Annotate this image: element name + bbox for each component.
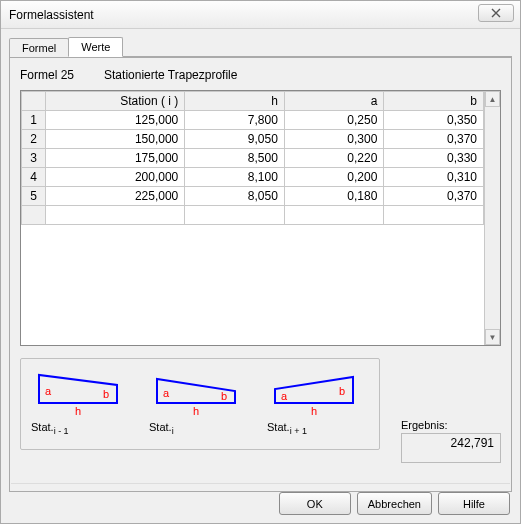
diagram-i: a b h Stat.i xyxy=(149,367,249,436)
stat-sub: i + 1 xyxy=(290,426,307,436)
table-row[interactable]: 5 225,000 8,050 0,180 0,370 xyxy=(22,187,484,206)
stat-label: Stat. xyxy=(267,421,290,433)
vertical-scrollbar[interactable]: ▲ ▼ xyxy=(484,91,500,345)
label-h: h xyxy=(75,405,81,417)
trapezoid-icon: a b h xyxy=(31,367,126,419)
col-header-a[interactable]: a xyxy=(284,92,384,111)
label-a: a xyxy=(45,385,52,397)
label-a: a xyxy=(281,390,288,402)
cell-a[interactable]: 0,200 xyxy=(284,168,384,187)
tab-formel[interactable]: Formel xyxy=(9,38,69,57)
row-header[interactable]: 2 xyxy=(22,130,46,149)
label-a: a xyxy=(163,387,170,399)
label-b: b xyxy=(221,390,227,402)
col-header-b[interactable]: b xyxy=(384,92,484,111)
cell-b[interactable]: 0,370 xyxy=(384,187,484,206)
row-header[interactable]: 1 xyxy=(22,111,46,130)
row-header[interactable]: 5 xyxy=(22,187,46,206)
tab-panel-werte: Formel 25 Stationierte Trapezprofile Sta… xyxy=(9,57,512,492)
result-value: 242,791 xyxy=(401,433,501,463)
cell-h[interactable]: 8,050 xyxy=(185,187,285,206)
label-b: b xyxy=(103,388,109,400)
row-header[interactable]: 3 xyxy=(22,149,46,168)
scroll-up-icon[interactable]: ▲ xyxy=(485,91,500,107)
close-button[interactable] xyxy=(478,4,514,22)
formula-id: Formel 25 xyxy=(20,68,74,82)
trapezoid-icon: a b h xyxy=(149,367,244,419)
stat-label: Stat. xyxy=(31,421,54,433)
table-row[interactable]: 2 150,000 9,050 0,300 0,370 xyxy=(22,130,484,149)
cell-b[interactable]: 0,370 xyxy=(384,130,484,149)
cancel-button[interactable]: Abbrechen xyxy=(357,492,432,515)
cell-h[interactable]: 9,050 xyxy=(185,130,285,149)
help-button[interactable]: Hilfe xyxy=(438,492,510,515)
table-row[interactable]: 4 200,000 8,100 0,200 0,310 xyxy=(22,168,484,187)
tab-werte[interactable]: Werte xyxy=(68,37,123,57)
tab-strip: Formel Werte xyxy=(9,35,512,57)
dialog-buttons: OK Abbrechen Hilfe xyxy=(11,483,510,515)
result-group: Ergebnis: 242,791 xyxy=(401,419,501,463)
cell-station[interactable]: 125,000 xyxy=(45,111,184,130)
panel-subtitle: Formel 25 Stationierte Trapezprofile xyxy=(20,68,501,82)
label-h: h xyxy=(193,405,199,417)
diagram-group: a b h Stat.i - 1 a b h Stat.i a xyxy=(20,358,380,450)
cell-h[interactable]: 8,100 xyxy=(185,168,285,187)
cell-b[interactable]: 0,330 xyxy=(384,149,484,168)
cell-b[interactable]: 0,350 xyxy=(384,111,484,130)
diagram-ip1: a b h Stat.i + 1 xyxy=(267,367,367,436)
table-row[interactable]: 1 125,000 7,800 0,250 0,350 xyxy=(22,111,484,130)
table-row[interactable]: 3 175,000 8,500 0,220 0,330 xyxy=(22,149,484,168)
cell-station[interactable]: 200,000 xyxy=(45,168,184,187)
cell-a[interactable]: 0,220 xyxy=(284,149,384,168)
cell-h[interactable]: 7,800 xyxy=(185,111,285,130)
result-label: Ergebnis: xyxy=(401,419,501,431)
cell-b[interactable]: 0,310 xyxy=(384,168,484,187)
window-title: Formelassistent xyxy=(9,8,94,22)
cell-station[interactable]: 150,000 xyxy=(45,130,184,149)
grid-corner xyxy=(22,92,46,111)
cell-a[interactable]: 0,250 xyxy=(284,111,384,130)
cell-a[interactable]: 0,180 xyxy=(284,187,384,206)
stat-sub: i xyxy=(172,426,174,436)
cell-station[interactable]: 225,000 xyxy=(45,187,184,206)
stat-sub: i - 1 xyxy=(54,426,69,436)
ok-button[interactable]: OK xyxy=(279,492,351,515)
cell-a[interactable]: 0,300 xyxy=(284,130,384,149)
scroll-down-icon[interactable]: ▼ xyxy=(485,329,500,345)
trapezoid-icon: a b h xyxy=(267,367,362,419)
close-icon xyxy=(490,8,502,18)
stat-label: Stat. xyxy=(149,421,172,433)
cell-h[interactable]: 8,500 xyxy=(185,149,285,168)
titlebar: Formelassistent xyxy=(1,1,520,29)
cell-station[interactable]: 175,000 xyxy=(45,149,184,168)
label-h: h xyxy=(311,405,317,417)
col-header-h[interactable]: h xyxy=(185,92,285,111)
diagram-im1: a b h Stat.i - 1 xyxy=(31,367,131,436)
row-header[interactable]: 4 xyxy=(22,168,46,187)
dialog-window: Formelassistent Formel Werte Formel 25 S… xyxy=(0,0,521,524)
table-row-empty[interactable] xyxy=(22,206,484,225)
col-header-station[interactable]: Station ( i ) xyxy=(45,92,184,111)
formula-desc: Stationierte Trapezprofile xyxy=(104,68,237,82)
label-b: b xyxy=(339,385,345,397)
data-grid[interactable]: Station ( i ) h a b 1 125,000 7,800 0,25… xyxy=(20,90,501,346)
